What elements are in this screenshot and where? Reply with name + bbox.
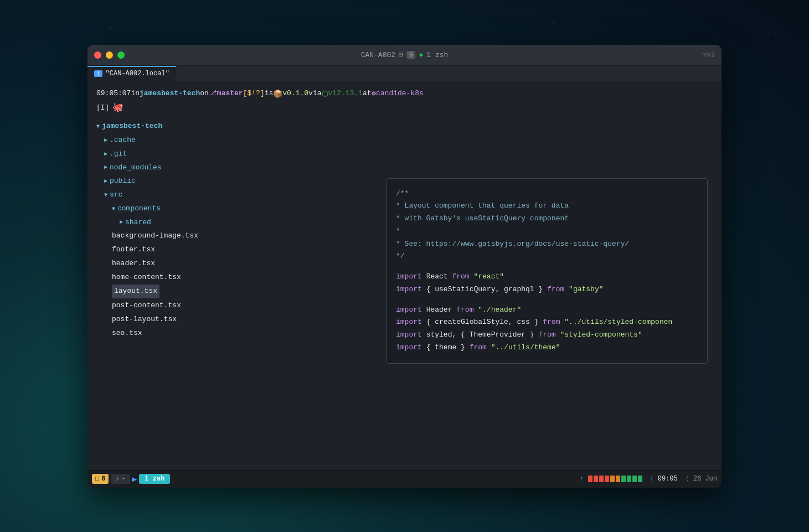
status-dash: - xyxy=(122,475,126,483)
prompt-version: v0.1.0 xyxy=(282,88,308,100)
code-comment-line: * with Gatsby's useStaticQuery component xyxy=(396,213,698,225)
prompt-at: at xyxy=(363,88,372,100)
prompt-status: [$!?] xyxy=(243,88,265,100)
prompt-in: in xyxy=(131,88,140,100)
tab-bar: 1 "CAN-A002.local" xyxy=(87,66,722,81)
tab-active[interactable]: 1 "CAN-A002.local" xyxy=(87,66,176,81)
folder-name: .cache xyxy=(110,134,136,147)
status-arrow-right: ▶ xyxy=(132,474,137,484)
status-battery xyxy=(588,476,642,482)
prompt-on: on xyxy=(200,88,209,100)
folder-arrow-open: ▼ xyxy=(112,204,115,214)
prompt-box-icon: 📦 xyxy=(273,88,282,100)
battery-bar-8 xyxy=(627,476,631,482)
close-button[interactable] xyxy=(94,51,101,59)
file-name: post-layout.tsx xyxy=(112,313,177,326)
terminal-main[interactable]: 09:05:07 in jamesbest-tech on ⎇ master [… xyxy=(87,81,722,470)
status-left: □ 6 ♪ - ▶ 1 zsh xyxy=(92,474,170,484)
folder-name: shared xyxy=(125,216,151,229)
code-line: import { theme } from "../utils/theme" xyxy=(396,342,698,354)
maximize-button[interactable] xyxy=(117,51,125,59)
folder-arrow: ► xyxy=(104,149,107,159)
code-comment-block: /** * Layout component that queries for … xyxy=(396,188,698,264)
folder-arrow-open: ▼ xyxy=(104,190,107,200)
prompt-branch-icon: ⎇ xyxy=(209,88,217,100)
file-name: home-content.tsx xyxy=(112,271,181,284)
prompt-is: is xyxy=(265,88,274,100)
list-item[interactable]: ► .git xyxy=(96,147,713,161)
battery-bar-2 xyxy=(594,476,598,482)
code-line: import Header from "./header" xyxy=(396,304,698,317)
prompt-k8s: candide-k8s xyxy=(376,88,424,100)
window-title: CAN-A002 ⊟ 6 ● 1 zsh xyxy=(361,50,449,59)
battery-bar-3 xyxy=(599,476,604,482)
prompt-branch: master xyxy=(217,88,243,100)
tab-label: "CAN-A002.local" xyxy=(106,70,169,78)
folder-arrow: ► xyxy=(104,177,107,187)
status-zsh: 1 zsh xyxy=(139,474,170,484)
folder-name: src xyxy=(110,189,122,202)
code-line: import styled, { ThemeProvider } from "s… xyxy=(396,329,698,342)
minimize-button[interactable] xyxy=(106,51,113,59)
status-bar: □ 6 ♪ - ▶ 1 zsh ↑ xyxy=(87,470,722,488)
status-window-icon: □ xyxy=(95,475,99,483)
title-sessions: 1 zsh xyxy=(426,51,448,59)
prompt-time: 09:05:07 xyxy=(96,88,131,100)
status-music: ♪ - xyxy=(111,474,130,484)
folder-name: components xyxy=(117,203,161,215)
file-name: post-content.tsx xyxy=(112,299,181,312)
code-line: import React from "react" xyxy=(396,271,698,283)
code-comment-line: */ xyxy=(396,250,698,263)
code-comment-line: * Layout component that queries for data xyxy=(396,200,698,213)
status-window-num: 6 xyxy=(101,475,105,483)
terminal-content: 09:05:07 in jamesbest-tech on ⎇ master [… xyxy=(87,81,722,470)
prompt-line: 09:05:07 in jamesbest-tech on ⎇ master [… xyxy=(96,88,713,100)
code-comment-line: * See: https://www.gatsbyjs.org/docs/use… xyxy=(396,238,698,251)
prompt-emoji: 🐙 xyxy=(112,101,123,116)
battery-bar-1 xyxy=(588,476,592,482)
file-name-highlighted: layout.tsx xyxy=(112,285,159,298)
battery-bar-4 xyxy=(605,476,609,482)
code-line: import { useStaticQuery, graphql } from … xyxy=(396,283,698,296)
folder-arrow: ► xyxy=(104,163,107,173)
code-line: import { createGlobalStyle, css } from "… xyxy=(396,316,698,329)
list-item[interactable]: ► .cache xyxy=(96,133,713,147)
chevron-left-icon: 〈 xyxy=(647,474,653,484)
status-time: 09:05 xyxy=(658,475,678,483)
title-shortcut: ⌥⌘2 xyxy=(703,51,715,59)
battery-bar-5 xyxy=(610,476,615,482)
chevron-right-icon: 〈 xyxy=(682,474,689,484)
status-window-badge: □ 6 xyxy=(92,474,109,484)
code-panel: /** * Layout component that queries for … xyxy=(387,178,708,364)
title-dot: ● xyxy=(419,51,424,59)
battery-bar-10 xyxy=(638,476,642,482)
file-name: header.tsx xyxy=(112,257,155,270)
tab-number-icon: 1 xyxy=(94,70,102,77)
tree-root-folder: jamesbest-tech xyxy=(102,120,162,133)
folder-name: .git xyxy=(110,148,127,161)
prompt-bracket-i: [I] xyxy=(96,102,109,114)
terminal-window: CAN-A002 ⊟ 6 ● 1 zsh ⌥⌘2 1 "CAN-A002.loc… xyxy=(87,45,722,488)
status-date: 26 Jun xyxy=(693,475,717,483)
status-right: ↑ 〈 09:05 〈 26 Jun xyxy=(580,474,717,484)
status-zsh-label: zsh xyxy=(153,475,165,483)
file-name: footer.tsx xyxy=(112,244,155,256)
prompt-node-icon: ⬡ xyxy=(322,88,328,100)
folder-arrow: ► xyxy=(120,218,123,228)
title-bar: CAN-A002 ⊟ 6 ● 1 zsh ⌥⌘2 xyxy=(87,45,722,66)
code-comment-line: * xyxy=(396,225,698,238)
title-window-name: CAN-A002 xyxy=(361,51,395,59)
folder-name: public xyxy=(110,175,136,188)
title-icon: ⊟ xyxy=(399,50,403,59)
prompt-k8s-icon: ☸ xyxy=(372,88,376,100)
code-import-block: import React from "react" import { useSt… xyxy=(396,271,698,354)
prompt-node-version: v12.13.1 xyxy=(328,88,363,100)
list-item[interactable]: ► node_modules xyxy=(96,161,713,175)
traffic-lights xyxy=(94,51,125,59)
folder-name: node_modules xyxy=(110,162,162,174)
folder-arrow: ► xyxy=(104,136,107,146)
battery-bar-9 xyxy=(632,476,637,482)
battery-bar-7 xyxy=(621,476,626,482)
prompt-indicator: [I] 🐙 xyxy=(96,101,713,116)
title-badge-num: 6 xyxy=(406,51,416,59)
